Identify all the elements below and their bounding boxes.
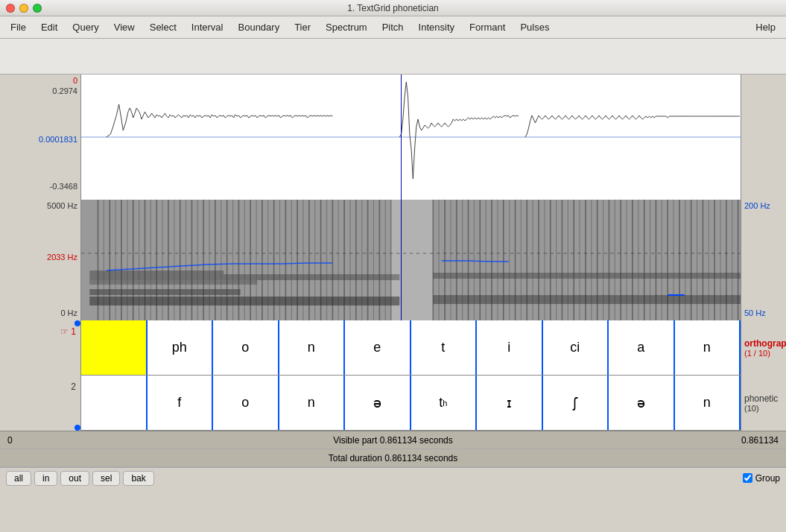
tg-cell-i[interactable]: i [477, 320, 543, 375]
menu-formant[interactable]: Formant [462, 19, 513, 36]
tg-row1-pointer: ☞ 1 [60, 326, 76, 337]
spec-top-label: 5000 Hz [47, 201, 77, 210]
waveform-upper-val: 0.2974 [52, 86, 77, 95]
tg-cell-a[interactable]: a [609, 320, 675, 375]
tg-row2-right: phonetic (10) [741, 376, 786, 431]
tg-row2-cells[interactable]: f o n ə th ɪ ʃ ə n [80, 376, 741, 430]
close-button[interactable] [6, 4, 15, 13]
tg-row1-cells[interactable]: ph o n e t i ci a n [80, 320, 741, 375]
bottom-buttons: all in out sel bak Group [0, 467, 786, 488]
tg-row1-right: orthographic (1 / 10) [741, 320, 786, 376]
tg-cell2-schwa[interactable]: ə [345, 376, 411, 430]
tg-cell-n2[interactable]: n [675, 320, 741, 375]
spec-right-bottom: 50 Hz [744, 308, 766, 317]
title-bar: 1. TextGrid phonetician [0, 0, 786, 16]
visible-part-text: Visible part 0.861134 seconds [333, 435, 453, 446]
tg-cell-t[interactable]: t [411, 320, 478, 375]
waveform-content[interactable] [80, 75, 741, 200]
status-right-val: 0.861134 [741, 435, 779, 446]
svg-rect-111 [89, 297, 399, 305]
menu-spectrum[interactable]: Spectrum [318, 19, 375, 36]
tg-cell2-th[interactable]: th [411, 376, 478, 430]
tg-cell2-f[interactable]: f [148, 376, 214, 430]
spectrogram-left-axis: 5000 Hz 2033 Hz 0 Hz [0, 200, 80, 320]
spectrogram-row: 5000 Hz 2033 Hz 0 Hz [0, 200, 786, 320]
tg-row2-right-label: phonetic [744, 393, 783, 404]
menu-pulses[interactable]: Pulses [513, 19, 557, 36]
minimize-button[interactable] [19, 4, 28, 13]
waveform-right-axis [741, 75, 786, 200]
tg-row1-right-sub: (1 / 10) [744, 349, 783, 358]
tg-cell2-o[interactable]: o [213, 376, 279, 430]
toolbar-area [0, 39, 786, 75]
spectrogram-content[interactable] [80, 200, 741, 320]
tg-cell2-schwa2[interactable]: ə [609, 376, 675, 430]
tg-cell2-n[interactable]: n [279, 376, 346, 430]
waveform-top-label: 0 [73, 76, 77, 85]
boundary-dot-top-row1 [75, 320, 80, 326]
waveform-mid-val: 0.0001831 [39, 135, 77, 144]
textgrid-row-2: 2 f o n ə th ɪ ʃ ə n phonetic (10) [0, 376, 786, 431]
main-panels: 0 0.2974 0.0001831 -0.3468 5000 Hz [0, 75, 786, 431]
tg-cell2-iota[interactable]: ɪ [477, 376, 543, 430]
menu-bar: File Edit Query View Select Interval Bou… [0, 16, 786, 39]
menu-file[interactable]: File [3, 19, 34, 36]
menu-pitch[interactable]: Pitch [375, 19, 411, 36]
sel-button[interactable]: sel [92, 471, 120, 486]
tg-cell-ph[interactable]: ph [148, 320, 214, 375]
out-button[interactable]: out [60, 471, 89, 486]
waveform-svg [81, 75, 741, 200]
menu-view[interactable]: View [107, 19, 142, 36]
boundary-dot-bottom-row2 [75, 425, 80, 431]
all-button[interactable]: all [6, 471, 31, 486]
svg-rect-3 [89, 289, 240, 295]
tg-cell-selected[interactable] [81, 320, 148, 375]
svg-rect-4 [89, 280, 257, 285]
visible-part-row: 0 Visible part 0.861134 seconds 0.861134 [0, 431, 786, 449]
status-bar: 0 Visible part 0.861134 seconds 0.861134… [0, 431, 786, 467]
spectrogram-svg [81, 200, 741, 320]
tg-cell-n1[interactable]: n [279, 320, 346, 375]
waveform-row: 0 0.2974 0.0001831 -0.3468 [0, 75, 786, 200]
tg-row2-right-sub: (10) [744, 404, 783, 413]
svg-rect-114 [433, 273, 741, 279]
spec-right-top: 200 Hz [744, 201, 770, 210]
tg-cell2-n2[interactable]: n [675, 376, 741, 430]
total-duration-row: Total duration 0.861134 seconds [0, 449, 786, 467]
spec-mid-label: 2033 Hz [47, 253, 77, 262]
tg-cell2-empty[interactable] [81, 376, 148, 430]
window-title: 1. TextGrid phonetician [347, 3, 439, 13]
spec-bottom-label: 0 Hz [60, 308, 77, 317]
maximize-button[interactable] [33, 4, 42, 13]
textgrid-row-1: ☞ 1 ph o n e t i ci a n orthographic (1 … [0, 320, 786, 376]
status-left-val: 0 [7, 435, 13, 446]
tg-row2-num: 2 [71, 381, 76, 392]
group-checkbox-container: Group [743, 473, 780, 484]
spectrogram-right-axis: 200 Hz 50 Hz [741, 200, 786, 320]
tg-row2-label: 2 [0, 376, 80, 431]
tg-cell2-sh[interactable]: ʃ [543, 376, 609, 430]
menu-interval[interactable]: Interval [184, 19, 231, 36]
menu-help[interactable]: Help [748, 19, 783, 36]
waveform-lower-val: -0.3468 [50, 182, 77, 191]
menu-intensity[interactable]: Intensity [411, 19, 462, 36]
group-label: Group [755, 473, 780, 484]
menu-select[interactable]: Select [142, 19, 184, 36]
tg-row1-right-label: orthographic [744, 338, 783, 349]
svg-rect-113 [89, 274, 399, 280]
in-button[interactable]: in [34, 471, 57, 486]
bak-button[interactable]: bak [123, 471, 153, 486]
menu-tier[interactable]: Tier [287, 19, 318, 36]
tg-cell-o1[interactable]: o [213, 320, 279, 375]
menu-query[interactable]: Query [65, 19, 106, 36]
tg-cell-e[interactable]: e [345, 320, 411, 375]
tg-cell-ci[interactable]: ci [543, 320, 609, 375]
group-checkbox[interactable] [743, 473, 752, 483]
total-duration-text: Total duration 0.861134 seconds [329, 453, 457, 463]
menu-edit[interactable]: Edit [34, 19, 65, 36]
tg-row1-label: ☞ 1 [0, 320, 80, 376]
menu-boundary[interactable]: Boundary [231, 19, 288, 36]
svg-rect-112 [433, 295, 741, 304]
waveform-left-axis: 0 0.2974 0.0001831 -0.3468 [0, 75, 80, 200]
